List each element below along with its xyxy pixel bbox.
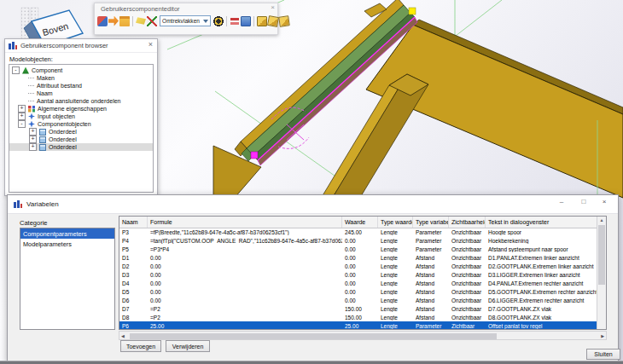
remove-button[interactable]: Verwijderen	[166, 340, 210, 352]
run-test-icon[interactable]	[213, 16, 224, 26]
close-button[interactable]: Sluiten	[586, 349, 620, 360]
cell-waarde: 0.00	[342, 280, 378, 286]
variable-row[interactable]: D1 0.00 0.00 Lengte Afstand Onzichtbaar …	[119, 253, 597, 262]
cell-zichtbaarheid: Onzichtbaar	[449, 289, 486, 295]
tree-item[interactable]: + Input objecten	[9, 113, 153, 120]
column-header-naam[interactable]: Naam	[119, 217, 148, 228]
scrollbar-thumb[interactable]	[130, 333, 497, 339]
cell-zichtbaarheid: Zichtbaar	[449, 323, 486, 329]
variable-row[interactable]: D4 0.00 0.00 Lengte Afstand Onzichtbaar …	[119, 279, 597, 287]
tree-item-label: Naam	[37, 90, 53, 96]
tree-item[interactable]: Attribuut bestand	[9, 82, 153, 90]
cell-waarde: 0.00	[342, 246, 378, 252]
column-header-type-waarde[interactable]: Type waarde	[378, 217, 413, 228]
cell-type-variabele: Parameter	[413, 229, 449, 235]
cell-zichtbaarheid: Onzichtbaar	[449, 272, 486, 278]
variable-row[interactable]: D6 0.00 0.00 Lengte Afstand Onzichtbaar …	[119, 296, 597, 304]
face-type-dropdown[interactable]: Omtrekvlakken	[160, 15, 211, 26]
tree-item-icon	[28, 78, 34, 78]
axis-edit-icon[interactable]	[147, 16, 157, 26]
column-header-formule[interactable]: Formule	[148, 217, 342, 228]
category-list[interactable]: Componentparameters Modelparameters	[20, 228, 115, 330]
variable-row[interactable]: D5 0.00 0.00 Lengte Afstand Onzichtbaar …	[119, 287, 597, 296]
tree-item[interactable]: Aantal aansluitende onderdelen	[9, 97, 153, 105]
cell-tekst: D6.LIGGER.Extremen rechter aanzicht	[486, 298, 597, 303]
red-refresh-icon[interactable]	[230, 16, 240, 26]
column-header-waarde[interactable]: Waarde	[342, 217, 378, 228]
category-item-label: Componentparameters	[23, 230, 87, 238]
dialog-titlebar[interactable]: Variabelen – □ ×	[8, 195, 618, 214]
close-icon[interactable]: ×	[597, 198, 611, 205]
table-header[interactable]: Naam Formule Waarde Type waarde Type var…	[119, 217, 606, 228]
scroll-right-icon[interactable]: ▶	[601, 333, 604, 338]
cell-type-waarde: Lengte	[378, 298, 413, 303]
tree-item[interactable]: + Onderdeel	[9, 136, 153, 143]
tree-expander-icon[interactable]: +	[18, 113, 26, 120]
variables-table[interactable]: Naam Formule Waarde Type waarde Type var…	[119, 216, 607, 330]
cell-type-variabele: Afstand	[413, 298, 449, 303]
cell-type-variabele: Afstand	[413, 272, 449, 278]
folder-save-icon[interactable]	[119, 16, 130, 26]
gold-part-2-icon[interactable]	[267, 15, 279, 27]
variable-row[interactable]: D2 0.00 0.00 Lengte Afstand Onzichtbaar …	[119, 262, 597, 270]
horizontal-scrollbar[interactable]: ◀ ▶	[119, 331, 607, 340]
variable-row[interactable]: P3 =fP(Breedte,"11c62b89-647e-4a5c-af87-…	[119, 228, 597, 236]
tree-item[interactable]: + Onderdeel	[9, 128, 153, 136]
cell-naam: D5	[119, 289, 148, 295]
cell-zichtbaarheid: Onzichtbaar	[449, 298, 486, 303]
add-button[interactable]: Toevoegen	[120, 340, 161, 352]
cell-waarde: 245.00	[342, 229, 378, 235]
scroll-left-icon[interactable]: ◀	[121, 333, 125, 338]
tree-expander-icon[interactable]: +	[29, 143, 37, 151]
workplane-icon[interactable]	[97, 16, 108, 26]
variable-row[interactable]: D3 0.00 0.00 Lengte Afstand Onzichtbaar …	[119, 270, 597, 279]
variable-row[interactable]: P4 =tan(fTpl("CUSTOM.OOP_ANGLE_RAD","11c…	[119, 236, 597, 245]
tree-item[interactable]: + Onderdeel	[9, 143, 153, 151]
vertical-scrollbar[interactable]: ▲	[597, 217, 606, 329]
tree-expander-icon[interactable]: -	[12, 66, 20, 74]
tree-item-label: Algemene eigenschappen	[38, 106, 107, 112]
variable-row[interactable]: P5 =P3*P4 0.00 Lengte Parameter Onzichtb…	[119, 245, 597, 253]
plane-select-icon[interactable]	[136, 16, 146, 26]
cell-tekst: D4.PANLAT.Extremen rechter aanzicht	[486, 280, 597, 286]
column-header-type-variabele[interactable]: Type variabele	[413, 217, 449, 228]
tree-expander-icon[interactable]: +	[29, 136, 37, 143]
cell-formule: =P3*P4	[148, 246, 342, 252]
tree-item[interactable]: - Componentobjecten	[9, 120, 153, 128]
blue-pages-icon[interactable]	[241, 16, 251, 26]
tree-item[interactable]: Maken	[9, 74, 153, 82]
cell-formule: 25.00	[148, 323, 342, 329]
cell-naam: D3	[119, 272, 148, 278]
tree-expander-icon[interactable]: +	[18, 105, 26, 113]
category-item-label: Modelparameters	[23, 240, 72, 248]
category-item[interactable]: Modelparameters	[20, 239, 114, 249]
cell-formule: 0.00	[148, 289, 342, 295]
variable-row[interactable]: P6 25.00 25.00 Lengte Parameter Zichtbaa…	[119, 321, 597, 329]
category-item[interactable]: Componentparameters	[20, 228, 114, 239]
cell-type-waarde: Lengte	[378, 272, 413, 278]
gold-part-3-icon[interactable]	[278, 15, 290, 27]
column-header-zichtbaarheid[interactable]: Zichtbaarheid	[449, 217, 486, 228]
tree-expander-icon[interactable]: +	[29, 128, 37, 136]
tree-item-label: Attribuut bestand	[37, 83, 82, 89]
tree-item[interactable]: + Algemene eigenschappen	[9, 105, 153, 113]
minimize-icon[interactable]: –	[555, 198, 568, 205]
tree-item[interactable]: Naam	[9, 90, 153, 97]
tree-item-label: Maken	[37, 75, 55, 81]
scrollbar-thumb[interactable]	[598, 225, 605, 285]
toolbar-icons-right	[213, 16, 289, 26]
model-objects-tree[interactable]: - Component Maken Attribuut bestand Naam…	[9, 64, 154, 193]
maximize-icon[interactable]: □	[577, 198, 591, 205]
cell-tekst: D3.LIGGER.Extremen linker aanzicht	[486, 272, 597, 278]
bend-arrow-icon[interactable]	[108, 16, 119, 26]
scroll-up-icon[interactable]: ▲	[597, 217, 606, 224]
gold-part-1-icon[interactable]	[257, 16, 267, 26]
variable-row[interactable]: D8 =P2 150.00 Lengte Afstand Onzichtbaar…	[119, 313, 597, 321]
close-icon[interactable]: ×	[148, 41, 153, 49]
tree-item-icon	[22, 67, 29, 74]
close-icon[interactable]: ×	[271, 4, 275, 11]
variable-row[interactable]: D7 =P2 150.00 Lengte Afstand Onzichtbaar…	[119, 304, 597, 313]
column-header-tekst[interactable]: Tekst in dialoogvenster	[486, 217, 606, 228]
tree-expander-icon[interactable]: -	[18, 120, 26, 128]
tree-item[interactable]: - Component	[9, 66, 153, 74]
